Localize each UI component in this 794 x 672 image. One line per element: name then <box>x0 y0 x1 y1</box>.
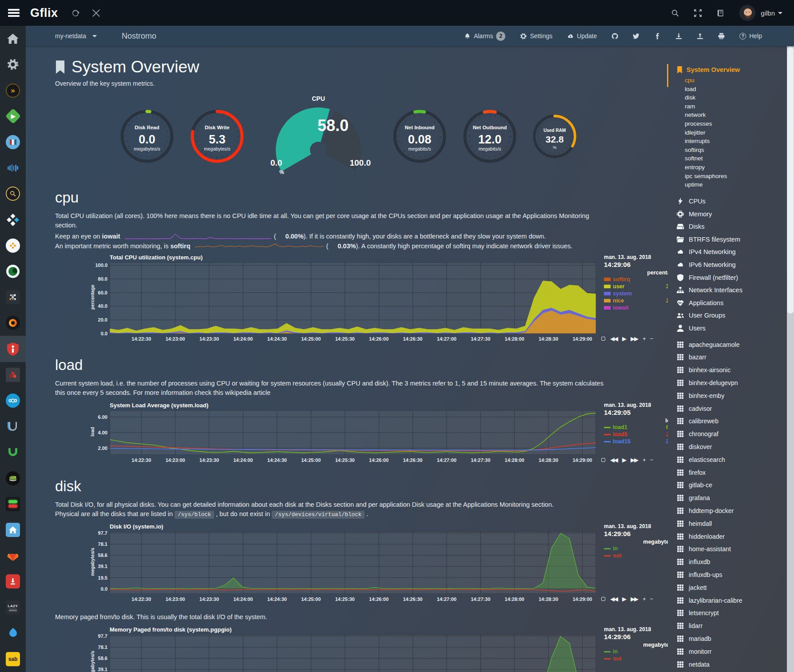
chart-zoom-in-icon[interactable]: + <box>643 596 645 602</box>
sidebar-section-ipv4-networking[interactable]: IPv4 Networking <box>667 246 787 258</box>
sidebar-item-sickchill[interactable] <box>0 465 26 491</box>
sidebar-section-applications[interactable]: Applications <box>667 296 787 309</box>
sidebar-submenu-entropy[interactable]: entropy <box>667 163 787 172</box>
legend-item-out[interactable]: out-5.3 <box>604 552 668 559</box>
sidebar-section-user-groups[interactable]: User Groups <box>667 309 787 322</box>
sidebar-app-diskover[interactable]: diskover <box>667 441 787 453</box>
sidebar-app-netdata[interactable]: netdata <box>667 658 787 671</box>
chart-play-icon[interactable]: ▶ <box>622 596 626 602</box>
alarms-button[interactable]: Alarms 2 <box>464 32 506 41</box>
gauge-net-outbound[interactable]: Net Outbound12.0megabits/s <box>461 107 519 166</box>
facebook-button[interactable] <box>654 33 661 40</box>
sidebar-app-binhex-airsonic[interactable]: binhex-airsonic <box>667 364 787 377</box>
sidebar-section-cpus[interactable]: CPUs <box>667 195 787 208</box>
sidebar-item-kodi[interactable] <box>0 207 26 232</box>
chart-play-icon[interactable]: ▶ <box>622 457 626 463</box>
sidebar-submenu-network[interactable]: network <box>667 111 787 119</box>
sidebar-app-elasticsearch[interactable]: elasticsearch <box>667 453 787 466</box>
sidebar-section-network-interfaces[interactable]: Network Interfaces <box>667 284 787 297</box>
chart-plot-area[interactable] <box>110 262 596 334</box>
sidebar-section-users[interactable]: Users <box>667 322 787 335</box>
sidebar-item-jackett-search[interactable] <box>0 181 26 207</box>
fullscreen-icon[interactable] <box>694 9 702 17</box>
twitter-button[interactable] <box>633 33 639 40</box>
username-menu[interactable]: gilbn <box>761 9 782 17</box>
chart-zoom-out-icon[interactable]: − <box>650 335 653 342</box>
sidebar-item-nextcloud[interactable] <box>0 388 26 414</box>
sidebar-app-lazylibrarian-calibre[interactable]: lazylibrarian-calibre <box>667 594 787 607</box>
chart-pan-icon[interactable] <box>601 337 605 341</box>
sidebar-app-apacheguacamole[interactable]: apacheguacamole <box>667 338 787 351</box>
sidebar-item-ubooquity[interactable] <box>0 414 26 439</box>
sidebar-item-monitorr[interactable] <box>0 491 26 517</box>
sidebar-app-home-assistant[interactable]: home-assistant <box>667 543 787 556</box>
sidebar-item-home[interactable] <box>0 26 26 52</box>
refresh-icon[interactable] <box>71 9 79 17</box>
legend-item-softirq[interactable]: softirq0.0 <box>604 276 668 283</box>
legend-item-load15[interactable]: load152.06 <box>604 438 668 445</box>
sidebar-submenu-idlejitter[interactable]: idlejitter <box>667 128 787 137</box>
sidebar-app-firefox[interactable]: firefox <box>667 466 787 479</box>
sidebar-app-influxdb[interactable]: influxdb <box>667 556 787 569</box>
sidebar-submenu-uptime[interactable]: uptime <box>667 180 787 189</box>
print-button[interactable] <box>718 33 725 40</box>
chart-forward-icon[interactable]: ▶▶ <box>631 335 638 342</box>
sidebar-app-binhex-delugevpn[interactable]: binhex-delugevpn <box>667 377 787 390</box>
page-scrollbar[interactable] <box>787 46 794 672</box>
sidebar-app-gitlab-ce[interactable]: gitlab-ce <box>667 479 787 492</box>
sidebar-item-unifi[interactable] <box>0 439 26 465</box>
settings-button[interactable]: Settings <box>520 32 552 40</box>
github-button[interactable] <box>611 33 618 40</box>
chart-backward-icon[interactable]: ◀◀ <box>610 596 617 602</box>
sidebar-app-chronograf[interactable]: chronograf <box>667 428 787 441</box>
close-icon[interactable] <box>92 9 100 17</box>
import-button[interactable] <box>675 33 682 40</box>
gauge-disk-read[interactable]: Disk Read0.0megabytes/s <box>118 107 176 166</box>
legend-item-iowait[interactable]: iowait0.0 <box>604 304 668 311</box>
sidebar-submenu-softnet[interactable]: softnet <box>667 154 787 163</box>
changelog-icon[interactable] <box>717 9 724 17</box>
sidebar-section-firewall-netfilter-[interactable]: Firewall (netfilter) <box>667 271 787 284</box>
legend-item-in[interactable]: in0.0 <box>604 545 668 552</box>
scrollbar-thumb[interactable] <box>787 47 794 314</box>
gauge-disk-write[interactable]: Disk Write5.3megabytes/s <box>188 107 246 166</box>
sidebar-app-mariadb[interactable]: mariadb <box>667 632 787 645</box>
sidebar-item-netdata-shield[interactable] <box>0 336 26 362</box>
sidebar-section-memory[interactable]: Memory <box>667 207 787 220</box>
sidebar-item-plex[interactable]: » <box>0 77 26 103</box>
sidebar-section-btrfs-filesystem[interactable]: BTRFS filesystem <box>667 233 787 246</box>
sidebar-app-hddtemp-docker[interactable]: hddtemp-docker <box>667 505 787 517</box>
help-button[interactable]: ? Help <box>739 32 762 40</box>
sidebar-item-kodi-alt[interactable] <box>0 233 26 258</box>
sidebar-submenu-cpu[interactable]: cpu <box>667 76 787 85</box>
legend-item-nice[interactable]: nice20.4 <box>604 297 668 304</box>
sidebar-item-cluster[interactable] <box>0 362 26 388</box>
chart-plot-area[interactable] <box>110 532 596 594</box>
iowait-sparkline[interactable] <box>125 233 271 240</box>
sidebar-submenu-disk[interactable]: disk <box>667 93 787 102</box>
sidebar-app-bazarr[interactable]: bazarr <box>667 351 787 364</box>
sidebar-submenu-softirqs[interactable]: softirqs <box>667 146 787 155</box>
sidebar-app-jackett[interactable]: jackett <box>667 581 787 594</box>
sidebar-item-deluge-swirl[interactable] <box>0 258 26 284</box>
sidebar-item-grafana[interactable] <box>0 310 26 336</box>
sidebar-item-sabnzbd[interactable]: sab <box>0 646 26 672</box>
sidebar-section-ipv6-networking[interactable]: IPv6 Networking <box>667 258 787 271</box>
sidebar-app-monitorr[interactable]: monitorr <box>667 645 787 658</box>
sidebar-item-library[interactable] <box>0 129 26 155</box>
chart-plot-area[interactable] <box>110 635 596 672</box>
sidebar-app-binhex-emby[interactable]: binhex-emby <box>667 389 787 402</box>
sidebar-section-disks[interactable]: Disks <box>667 220 787 233</box>
sidebar-app-calibreweb[interactable]: calibreweb <box>667 415 787 428</box>
export-button[interactable] <box>697 33 703 40</box>
host-dropdown[interactable]: my-netdata <box>55 32 97 40</box>
legend-item-load1[interactable]: load16.51 <box>604 424 668 431</box>
sidebar-item-lazylibrarian[interactable]: LAZY <box>0 594 26 620</box>
chart-zoom-in-icon[interactable]: + <box>643 457 645 463</box>
search-icon[interactable] <box>671 9 679 17</box>
chart-forward-icon[interactable]: ▶▶ <box>631 596 638 602</box>
chart-zoom-in-icon[interactable]: + <box>643 335 645 342</box>
gauge-cpu[interactable]: CPU58.00.0100.0% <box>265 95 372 178</box>
chart-pan-icon[interactable] <box>601 458 605 462</box>
sidebar-app-lidarr[interactable]: lidarr <box>667 620 787 632</box>
